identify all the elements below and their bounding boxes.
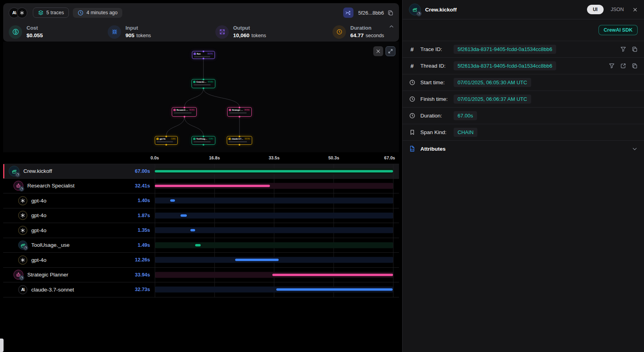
document-icon: [409, 146, 415, 152]
openai-logo-icon: [20, 213, 25, 218]
timeline-track: [155, 282, 393, 297]
chevron-down-icon[interactable]: [632, 146, 638, 152]
trace-id-short: 5f26...8bb6: [358, 10, 384, 16]
attributes-row[interactable]: Attributes: [403, 141, 644, 157]
axis-tick: 16.8s: [209, 155, 220, 160]
trace-row[interactable]: A\ claude-3.7-sonnet 32.73s: [3, 282, 399, 297]
graph-node-tool[interactable]: ToolUsage._use 1.49s: [192, 136, 215, 145]
expand-icon: [388, 49, 393, 54]
span-bar[interactable]: [170, 199, 175, 202]
agentops-badge-icon: [24, 246, 27, 250]
span-name: gpt-4o: [31, 212, 138, 218]
hash-icon: #: [410, 63, 414, 69]
trace-row[interactable]: Crew.kickoff 67.00s: [3, 164, 399, 179]
document-icon: [409, 146, 415, 152]
stat-value: 64.77: [350, 32, 364, 38]
graph-node-research[interactable]: Research Specialist 32.41s: [172, 107, 197, 117]
trace-viewer-app: A\ 5 traces 4 minutes ago 5f26...8bb6: [0, 0, 644, 352]
copy-icon[interactable]: [632, 46, 638, 52]
trace-chart-icon[interactable]: [343, 8, 353, 18]
agent-avatar: [13, 181, 23, 191]
trace-count-label: 5 traces: [46, 10, 64, 15]
filter-icon[interactable]: [609, 63, 615, 69]
stats-row: Cost $0.055 Input 905tokens Output 10,06…: [3, 22, 399, 42]
timeline-rows: Crew.kickoff 67.00s Research Specialist …: [3, 164, 399, 297]
detail-row: # Thread ID: 5f2613da-8371-9405-fcdd-0a1…: [403, 58, 644, 74]
crewai-logo-icon: [412, 7, 418, 12]
field-value[interactable]: 07/01/2025, 06:06:37 AM UTC: [454, 95, 531, 104]
main-column: A\ 5 traces 4 minutes ago 5f26...8bb6: [3, 0, 399, 352]
stat: Duration 64.77seconds: [332, 25, 393, 39]
agentops-badge-icon: [23, 245, 28, 250]
filter-icon[interactable]: [620, 46, 626, 52]
span-name: Crew.kickoff: [23, 168, 135, 174]
span-bar[interactable]: [155, 185, 270, 187]
field-value[interactable]: CHAIN: [454, 128, 477, 137]
trace-graph-panel: Run 64.77s Crew.kickoff 67.00s Research …: [3, 42, 399, 152]
tab-ui[interactable]: UI: [587, 5, 604, 14]
agentops-badge-icon: [15, 172, 20, 177]
output-icon: [215, 25, 229, 39]
axis-tick: 33.5s: [269, 155, 280, 160]
stat: Output 10,060tokens: [215, 25, 332, 39]
trace-row[interactable]: gpt-4o 12.26s: [3, 253, 399, 268]
trace-row[interactable]: ToolUsage._use 1.49s: [3, 238, 399, 253]
field-label: Trace ID:: [420, 46, 454, 52]
collapse-chevron-icon[interactable]: [389, 24, 394, 31]
span-bar[interactable]: [155, 170, 393, 172]
copy-icon[interactable]: [632, 63, 638, 69]
trace-row[interactable]: gpt-4o 1.87s: [3, 208, 399, 223]
field-value[interactable]: 5f2613da-8371-9405-fcdd-0a1534cc8bb6: [454, 61, 556, 70]
graph-node-claude[interactable]: claude-3.7-sonnet 32.73s: [227, 136, 252, 145]
tab-json[interactable]: JSON: [611, 7, 624, 12]
agentops-badge-icon: [19, 275, 24, 280]
span-duration: 1.35s: [138, 227, 150, 233]
close-icon[interactable]: [633, 7, 638, 12]
detail-row: Duration: 67.00s: [403, 108, 644, 124]
span-bar[interactable]: [235, 259, 279, 261]
timeline-track: [155, 164, 393, 178]
openai-logo-icon: [17, 8, 27, 18]
field-label: Thread ID:: [420, 63, 454, 69]
span-name: ToolUsage._use: [31, 242, 138, 248]
span-duration: 1.40s: [138, 198, 150, 203]
timeline-track: [155, 223, 393, 238]
external-icon[interactable]: [620, 63, 626, 69]
sdk-badge[interactable]: CrewAI SDK: [598, 25, 638, 35]
trace-row[interactable]: gpt-4o 1.40s: [3, 193, 399, 208]
graph-node-gpt[interactable]: gpt-4o 1.40s: [155, 136, 178, 145]
span-name: Strategic Planner: [27, 272, 135, 278]
field-value[interactable]: 67.00s: [454, 111, 477, 120]
graph-node-strategic[interactable]: Strategic Planner 33.94s: [227, 107, 252, 117]
span-bar[interactable]: [190, 229, 195, 231]
scrollbar-handle[interactable]: [0, 339, 4, 352]
graph-node-kickoff[interactable]: Crew.kickoff 67.00s: [192, 79, 215, 88]
field-label: Span Kind:: [420, 129, 454, 135]
timeline-track: [155, 238, 393, 253]
span-bar[interactable]: [180, 214, 187, 217]
copy-icon[interactable]: [388, 10, 393, 16]
graph-close-button[interactable]: [373, 46, 383, 56]
close-icon: [376, 49, 381, 54]
trace-row[interactable]: Research Specialist 32.41s: [3, 179, 399, 194]
openai-avatar: [18, 226, 27, 235]
field-value[interactable]: 5f2613da-8371-9405-fcdd-0a1534cc8bb6: [454, 45, 556, 54]
span-bar[interactable]: [276, 288, 393, 291]
trace-count-badge[interactable]: 5 traces: [33, 8, 69, 18]
trace-row[interactable]: gpt-4o 1.35s: [3, 223, 399, 238]
detail-fields: # Trace ID: 5f2613da-8371-9405-fcdd-0a15…: [403, 41, 644, 141]
span-bar[interactable]: [272, 274, 393, 276]
timeline-track: [155, 268, 393, 282]
span-bar[interactable]: [195, 244, 200, 246]
openai-avatar: [18, 211, 27, 220]
field-value[interactable]: 07/01/2025, 06:05:30 AM UTC: [454, 78, 531, 87]
openai-logo-icon: [19, 10, 25, 15]
input-icon: [108, 25, 121, 39]
stat-label: Input: [125, 25, 151, 31]
anthropic-avatar: A\: [18, 285, 27, 294]
anthropic-logo-icon: A\: [21, 288, 25, 292]
graph-expand-button[interactable]: [386, 46, 395, 56]
trace-row[interactable]: Strategic Planner 33.94s: [3, 268, 399, 283]
span-duration: 32.41s: [135, 183, 150, 189]
graph-node-run[interactable]: Run 64.77s: [192, 51, 215, 59]
